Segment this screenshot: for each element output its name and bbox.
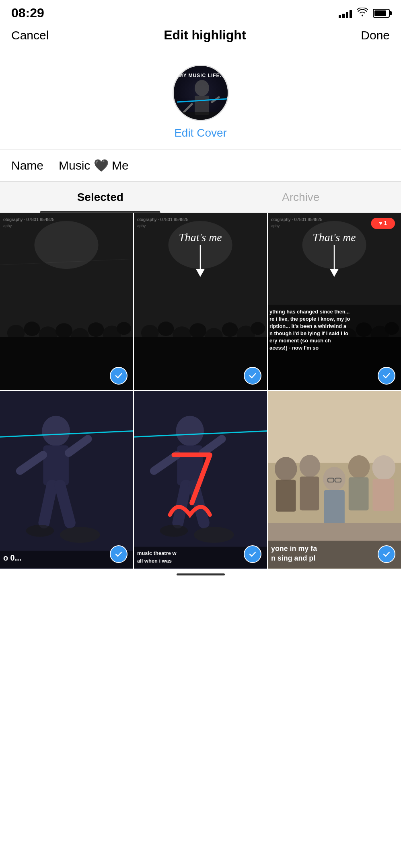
svg-text:n though I'd be lying if I sai: n though I'd be lying if I said I lo	[269, 330, 348, 336]
svg-text:aphy: aphy	[271, 223, 280, 228]
name-label: Name	[11, 159, 47, 172]
svg-rect-64	[43, 446, 69, 485]
svg-point-82	[160, 525, 188, 537]
svg-point-81	[194, 527, 234, 543]
svg-rect-88	[268, 391, 401, 463]
svg-point-69	[60, 527, 100, 543]
svg-point-30	[251, 322, 265, 335]
done-button[interactable]: Done	[361, 29, 390, 42]
page-title: Edit highlight	[164, 28, 246, 43]
svg-point-12	[56, 323, 72, 338]
svg-point-99	[348, 455, 370, 479]
svg-rect-1	[195, 96, 209, 115]
photo-item-5[interactable]: music theatre w all when i was	[134, 391, 267, 568]
photo-grid: otography · 07801 854825 aphy	[0, 213, 401, 569]
cancel-button[interactable]: Cancel	[11, 29, 49, 42]
battery-icon	[373, 9, 390, 18]
check-badge-2	[244, 367, 261, 385]
svg-rect-93	[300, 477, 319, 510]
photo-item-2[interactable]: otography · 07801 854825 aphy That's me	[134, 213, 267, 390]
svg-text:ery moment (so much ch: ery moment (so much ch	[269, 338, 331, 344]
svg-text:otography · 07801 854825: otography · 07801 854825	[137, 217, 189, 222]
photo-item-3[interactable]: otography · 07801 854825 aphy That's me …	[268, 213, 401, 390]
svg-rect-100	[349, 477, 369, 511]
svg-text:all when i was: all when i was	[137, 558, 172, 564]
svg-text:acess!) - now I'm so: acess!) - now I'm so	[269, 345, 319, 351]
svg-point-26	[189, 323, 206, 338]
svg-text:MY MUSIC LIFE...: MY MUSIC LIFE...	[179, 73, 225, 78]
svg-point-70	[26, 525, 54, 537]
svg-point-16	[117, 322, 131, 335]
check-badge-3	[378, 367, 395, 385]
name-value[interactable]: Music 🖤 Me	[59, 158, 129, 172]
check-badge-1	[110, 367, 127, 385]
check-badge-6	[378, 545, 395, 563]
svg-point-8	[34, 221, 98, 269]
tabs-container: Selected Archive	[0, 182, 401, 213]
photo-item-4[interactable]: o 0...	[0, 391, 133, 568]
cover-photo-art: MY MUSIC LIFE...	[174, 66, 229, 121]
scroll-bar	[177, 573, 225, 575]
svg-text:aphy: aphy	[137, 223, 146, 228]
edit-cover-button[interactable]: Edit Cover	[174, 127, 227, 139]
svg-rect-95	[324, 490, 345, 526]
check-badge-5	[244, 545, 261, 563]
photo-item-6[interactable]: yone in my fa n sing and pl	[268, 391, 401, 568]
svg-point-94	[323, 467, 345, 491]
cover-image[interactable]: MY MUSIC LIFE...	[173, 65, 229, 121]
svg-text:yone in my fa: yone in my fa	[271, 545, 317, 553]
svg-text:ription... It's been a whirlwi: ription... It's been a whirlwind a	[269, 323, 347, 329]
svg-rect-91	[276, 480, 296, 512]
svg-point-0	[195, 80, 209, 96]
status-icons	[339, 8, 390, 19]
svg-point-101	[372, 455, 395, 480]
scroll-indicator	[0, 569, 401, 579]
svg-text:♥ 1: ♥ 1	[379, 220, 387, 226]
svg-text:n sing and pl: n sing and pl	[271, 555, 315, 563]
svg-text:music theatre w: music theatre w	[137, 550, 177, 556]
svg-point-90	[275, 457, 297, 481]
svg-point-63	[42, 416, 70, 446]
svg-point-10	[24, 321, 40, 336]
check-badge-4	[110, 545, 127, 563]
svg-line-77	[178, 485, 186, 523]
nav-bar: Cancel Edit highlight Done	[0, 24, 401, 50]
svg-point-75	[176, 416, 204, 446]
svg-text:o 0...: o 0...	[3, 554, 21, 563]
tab-archive[interactable]: Archive	[201, 182, 401, 213]
svg-point-28	[222, 322, 238, 337]
name-row: Name Music 🖤 Me	[0, 149, 401, 182]
svg-text:otography · 07801 854825: otography · 07801 854825	[271, 217, 323, 222]
signal-icon	[339, 8, 352, 18]
photo-item-1[interactable]: otography · 07801 854825 aphy	[0, 213, 133, 390]
status-time: 08:29	[11, 6, 44, 20]
svg-text:ything has changed since then.: ything has changed since then...	[269, 309, 350, 315]
svg-rect-5	[174, 112, 229, 121]
svg-point-14	[88, 322, 104, 337]
tab-selected[interactable]: Selected	[0, 182, 201, 213]
status-bar: 08:29	[0, 0, 401, 24]
svg-text:otography · 07801 854825: otography · 07801 854825	[3, 217, 55, 222]
wifi-icon	[357, 8, 368, 19]
svg-point-24	[158, 321, 174, 336]
svg-point-92	[300, 455, 321, 477]
svg-text:That's me: That's me	[313, 231, 356, 244]
svg-text:That's me: That's me	[179, 231, 222, 244]
svg-rect-102	[372, 479, 394, 511]
svg-text:re i live, the people i know, : re i live, the people i know, my jo	[269, 316, 350, 322]
svg-text:aphy: aphy	[3, 223, 12, 228]
svg-line-2	[184, 104, 192, 112]
svg-line-65	[44, 485, 52, 523]
cover-section: MY MUSIC LIFE... Edit Cover	[0, 50, 401, 149]
